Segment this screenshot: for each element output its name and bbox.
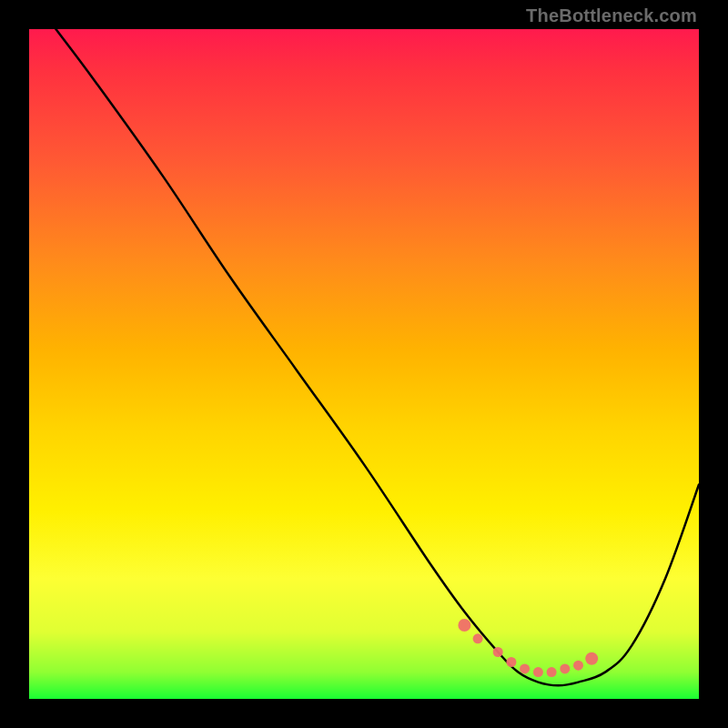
optimal-marker	[547, 667, 557, 677]
marker-group	[458, 619, 598, 677]
chart-frame: TheBottleneck.com	[0, 0, 728, 728]
plot-area	[29, 29, 699, 699]
optimal-marker	[560, 663, 570, 673]
optimal-marker	[533, 667, 543, 677]
optimal-marker	[458, 619, 470, 632]
optimal-marker	[506, 657, 516, 667]
curve-layer	[29, 29, 699, 699]
optimal-marker	[493, 647, 503, 657]
watermark-text: TheBottleneck.com	[526, 5, 697, 26]
optimal-marker	[573, 661, 583, 671]
optimal-marker	[585, 652, 598, 665]
optimal-marker	[520, 663, 530, 673]
optimal-marker	[473, 633, 483, 643]
bottleneck-curve	[56, 29, 699, 685]
